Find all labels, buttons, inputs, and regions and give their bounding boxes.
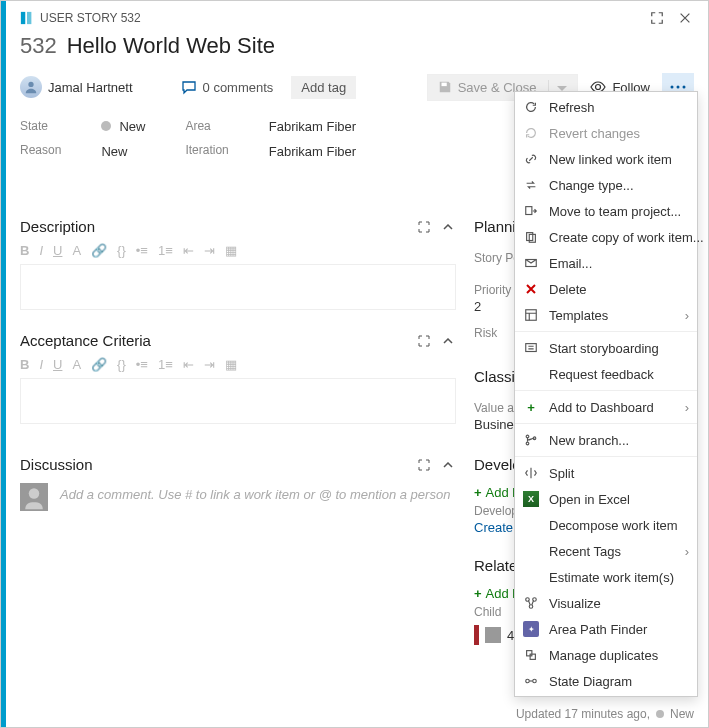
menu-move-team[interactable]: Move to team project... xyxy=(515,198,697,224)
blank-icon xyxy=(523,543,539,559)
blank-icon xyxy=(523,517,539,533)
svg-rect-15 xyxy=(526,310,537,321)
avatar-icon xyxy=(20,483,48,511)
link-icon xyxy=(523,151,539,167)
menu-open-excel[interactable]: XOpen in Excel xyxy=(515,486,697,512)
blank-icon xyxy=(523,366,539,382)
state-value[interactable]: New xyxy=(101,119,145,134)
window-header: USER STORY 532 xyxy=(6,1,708,29)
teams-icon: ✦ xyxy=(523,621,539,637)
menu-state-diagram[interactable]: State Diagram xyxy=(515,668,697,694)
user-story-icon xyxy=(20,11,34,25)
state-dot-icon xyxy=(101,121,111,131)
menu-decompose[interactable]: Decompose work item xyxy=(515,512,697,538)
expand-icon[interactable] xyxy=(416,457,432,473)
footer-status: Updated 17 minutes ago, New xyxy=(516,707,694,721)
blank-icon xyxy=(523,569,539,585)
svg-point-25 xyxy=(526,679,530,683)
svg-point-18 xyxy=(526,442,529,445)
visualize-icon xyxy=(523,595,539,611)
move-icon xyxy=(523,203,539,219)
menu-revert[interactable]: Revert changes xyxy=(515,120,697,146)
svg-rect-24 xyxy=(530,654,535,659)
chevron-up-icon[interactable] xyxy=(440,333,456,349)
state-label: State xyxy=(20,119,61,133)
svg-rect-10 xyxy=(488,630,498,640)
reason-label: Reason xyxy=(20,143,61,157)
excel-icon: X xyxy=(523,491,539,507)
menu-storyboard[interactable]: Start storyboarding xyxy=(515,335,697,361)
menu-visualize[interactable]: Visualize xyxy=(515,590,697,616)
svg-rect-11 xyxy=(526,207,532,215)
menu-delete[interactable]: Delete xyxy=(515,276,697,302)
reason-value[interactable]: New xyxy=(101,144,145,159)
acceptance-heading: Acceptance Criteria xyxy=(20,332,151,349)
work-item-title[interactable]: Hello World Web Site xyxy=(67,33,275,59)
area-label: Area xyxy=(185,119,228,133)
acceptance-input[interactable] xyxy=(20,378,456,424)
svg-point-22 xyxy=(529,605,533,609)
mail-icon xyxy=(523,255,539,271)
iteration-value[interactable]: Fabrikam Fiber xyxy=(269,144,356,159)
svg-point-2 xyxy=(28,82,33,87)
comments-link[interactable]: 0 comments xyxy=(181,79,274,95)
close-icon[interactable] xyxy=(676,9,694,27)
menu-email[interactable]: Email... xyxy=(515,250,697,276)
expand-icon[interactable] xyxy=(416,333,432,349)
chevron-right-icon: › xyxy=(685,400,689,415)
menu-manage-dupes[interactable]: Manage duplicates xyxy=(515,642,697,668)
copy-icon xyxy=(523,229,539,245)
add-tag-button[interactable]: Add tag xyxy=(291,76,356,99)
plus-icon: + xyxy=(523,399,539,415)
menu-create-copy[interactable]: Create copy of work item... xyxy=(515,224,697,250)
description-heading: Description xyxy=(20,218,95,235)
editor-toolbar[interactable]: BIUA🔗{}•≡1≡⇤⇥▦ xyxy=(20,241,456,264)
accent-bar xyxy=(1,1,6,727)
split-icon xyxy=(523,465,539,481)
chevron-right-icon: › xyxy=(685,544,689,559)
svg-rect-3 xyxy=(441,83,446,87)
menu-split[interactable]: Split xyxy=(515,460,697,486)
svg-point-7 xyxy=(683,86,686,89)
avatar-icon xyxy=(20,76,42,98)
expand-icon[interactable] xyxy=(416,219,432,235)
assignee-field[interactable]: Jamal Hartnett xyxy=(20,76,133,98)
chevron-up-icon[interactable] xyxy=(440,219,456,235)
diagram-icon xyxy=(523,673,539,689)
menu-estimate[interactable]: Estimate work item(s) xyxy=(515,564,697,590)
more-actions-menu: Refresh Revert changes New linked work i… xyxy=(514,91,698,697)
bug-icon xyxy=(485,627,501,643)
menu-recent-tags[interactable]: Recent Tags› xyxy=(515,538,697,564)
work-item-id: 532 xyxy=(20,33,57,59)
branch-icon xyxy=(523,432,539,448)
work-item-type-label: USER STORY 532 xyxy=(40,11,141,25)
chevron-right-icon: › xyxy=(685,308,689,323)
menu-new-linked[interactable]: New linked work item xyxy=(515,146,697,172)
bug-color-bar xyxy=(474,625,479,645)
discussion-heading: Discussion xyxy=(20,456,93,473)
editor-toolbar[interactable]: BIUA🔗{}•≡1≡⇤⇥▦ xyxy=(20,355,456,378)
duplicate-icon xyxy=(523,647,539,663)
svg-point-4 xyxy=(596,85,601,90)
svg-rect-23 xyxy=(527,651,532,656)
menu-change-type[interactable]: Change type... xyxy=(515,172,697,198)
menu-add-dashboard[interactable]: +Add to Dashboard› xyxy=(515,394,697,420)
menu-request-feedback[interactable]: Request feedback xyxy=(515,361,697,387)
area-value[interactable]: Fabrikam Fiber xyxy=(269,119,356,134)
chevron-up-icon[interactable] xyxy=(440,457,456,473)
svg-point-26 xyxy=(533,679,537,683)
storyboard-icon xyxy=(523,340,539,356)
menu-refresh[interactable]: Refresh xyxy=(515,94,697,120)
delete-icon xyxy=(523,281,539,297)
menu-templates[interactable]: Templates› xyxy=(515,302,697,328)
menu-area-path[interactable]: ✦Area Path Finder xyxy=(515,616,697,642)
description-input[interactable] xyxy=(20,264,456,310)
menu-new-branch[interactable]: New branch... xyxy=(515,427,697,453)
fullscreen-icon[interactable] xyxy=(648,9,666,27)
svg-rect-0 xyxy=(21,12,25,24)
svg-rect-16 xyxy=(526,344,537,352)
undo-icon xyxy=(523,125,539,141)
svg-rect-1 xyxy=(27,12,31,24)
svg-point-9 xyxy=(29,488,40,499)
discussion-input[interactable]: Add a comment. Use # to link a work item… xyxy=(58,483,456,511)
